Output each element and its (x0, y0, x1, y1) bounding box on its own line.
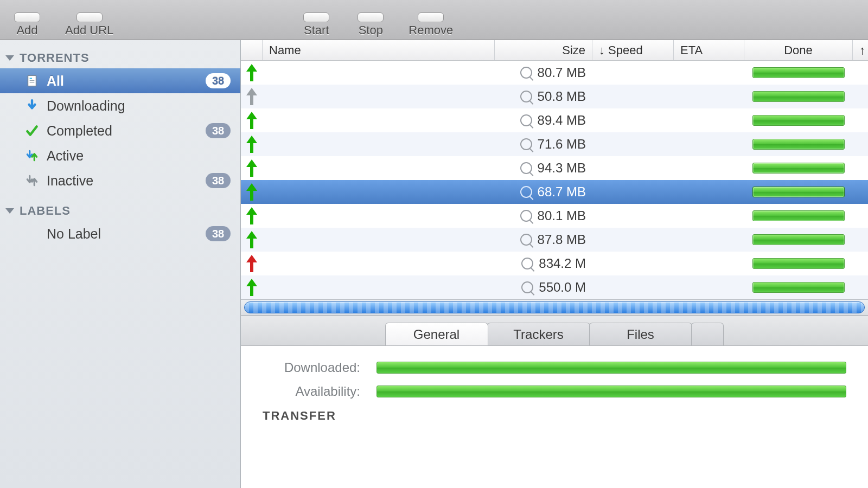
column-eta[interactable]: ETA (674, 40, 744, 60)
torrent-list: 80.7 MB50.8 MB89.4 MB71.6 MB94.3 MB68.7 … (241, 61, 868, 299)
table-row[interactable]: 68.7 MB (241, 180, 868, 204)
sidebar-section-header[interactable]: LABELS (0, 201, 240, 221)
tab-files[interactable]: Files (589, 323, 692, 345)
eta-cell (674, 156, 744, 180)
dl-icon (25, 99, 39, 113)
add-button[interactable]: Add (11, 12, 43, 37)
detail-availability: Availability: (263, 384, 846, 399)
name-cell (263, 108, 495, 132)
column-size[interactable]: Size (495, 40, 592, 60)
table-row[interactable]: 834.2 M (241, 252, 868, 275)
svg-rect-2 (30, 80, 35, 81)
sidebar-item-active[interactable]: Active (0, 143, 240, 168)
size-cell: 80.7 MB (495, 61, 592, 85)
tab-general[interactable]: General (385, 323, 488, 345)
magnifier-icon[interactable] (520, 67, 532, 79)
tab-trackers[interactable]: Trackers (487, 323, 590, 345)
disclosure-triangle-icon (5, 208, 14, 214)
size-value: 80.7 MB (538, 65, 586, 80)
status-cell (241, 275, 263, 299)
magnifier-icon[interactable] (520, 114, 532, 126)
size-value: 50.8 MB (538, 89, 586, 104)
upload-arrow-icon (246, 255, 257, 272)
sidebar-item-label: All (47, 73, 198, 89)
magnifier-icon[interactable] (520, 138, 532, 150)
scrollbar-thumb[interactable] (244, 301, 865, 313)
speed-cell (592, 228, 674, 252)
disclosure-triangle-icon (5, 55, 14, 61)
play-icon (303, 12, 329, 22)
tail-cell (853, 132, 868, 156)
sidebar-item-inactive[interactable]: Inactive38 (0, 168, 240, 193)
eta-cell (674, 85, 744, 108)
add-icon (14, 12, 40, 22)
details-tabbar: General Trackers Files (241, 316, 868, 346)
column-tail[interactable]: ↑ (853, 40, 868, 60)
sidebar-section-title: LABELS (20, 204, 71, 218)
column-done[interactable]: Done (744, 40, 853, 60)
progress-bar (752, 91, 845, 102)
column-speed[interactable]: ↓ Speed (592, 40, 674, 60)
magnifier-icon[interactable] (520, 186, 532, 198)
name-cell (263, 252, 495, 275)
table-row[interactable]: 550.0 M (241, 275, 868, 299)
magnifier-icon[interactable] (520, 210, 532, 222)
name-cell (263, 132, 495, 156)
done-cell (744, 228, 853, 252)
speed-cell (592, 252, 674, 275)
progress-bar (752, 234, 845, 245)
svg-rect-3 (30, 82, 35, 82)
downloaded-bar (376, 362, 846, 374)
table-row[interactable]: 71.6 MB (241, 132, 868, 156)
status-cell (241, 61, 263, 85)
add-url-button[interactable]: Add URL (65, 12, 113, 37)
sidebar-item-all[interactable]: All38 (0, 68, 240, 93)
magnifier-icon[interactable] (521, 258, 533, 269)
table-row[interactable]: 87.8 MB (241, 228, 868, 252)
sidebar-item-label: Completed (47, 123, 198, 139)
add-label: Add (16, 23, 37, 37)
sidebar-item-completed[interactable]: Completed38 (0, 118, 240, 143)
sidebar-item-no-label[interactable]: No Label38 (0, 221, 240, 246)
sidebar-item-downloading[interactable]: Downloading (0, 93, 240, 118)
magnifier-icon[interactable] (520, 91, 532, 102)
sidebar-item-badge: 38 (206, 226, 231, 241)
remove-label: Remove (409, 23, 453, 37)
sidebar-item-badge: 38 (206, 123, 231, 138)
name-cell (263, 156, 495, 180)
progress-bar (752, 115, 845, 126)
speed-cell (592, 132, 674, 156)
tail-cell (853, 85, 868, 108)
table-row[interactable]: 80.1 MB (241, 204, 868, 228)
magnifier-icon[interactable] (521, 281, 533, 293)
progress-bar (752, 163, 845, 174)
sidebar-item-badge: 38 (206, 173, 231, 188)
table-row[interactable]: 94.3 MB (241, 156, 868, 180)
details-panel: Downloaded: Availability: TRANSFER (241, 346, 868, 488)
main-panel: Name Size ↓ Speed ETA Done ↑ 80.7 MB50.8… (241, 40, 868, 488)
table-row[interactable]: 80.7 MB (241, 61, 868, 85)
size-cell: 94.3 MB (495, 156, 592, 180)
status-cell (241, 108, 263, 132)
remove-button[interactable]: Remove (409, 12, 453, 37)
table-row[interactable]: 50.8 MB (241, 85, 868, 108)
magnifier-icon[interactable] (520, 234, 532, 246)
tail-cell (853, 108, 868, 132)
column-name[interactable]: Name (263, 40, 495, 60)
stop-button[interactable]: Stop (354, 12, 387, 37)
horizontal-scrollbar[interactable] (241, 299, 868, 316)
done-cell (744, 156, 853, 180)
eta-cell (674, 180, 744, 204)
start-button[interactable]: Start (300, 12, 333, 37)
column-status[interactable] (241, 40, 263, 60)
magnifier-icon[interactable] (520, 162, 532, 174)
remove-icon (418, 12, 444, 22)
table-row[interactable]: 89.4 MB (241, 108, 868, 132)
done-cell (744, 180, 853, 204)
sidebar-section-header[interactable]: TORRENTS (0, 48, 240, 68)
sidebar-item-label: No Label (47, 226, 198, 242)
tail-cell (853, 252, 868, 275)
speed-cell (592, 156, 674, 180)
tab-more[interactable] (691, 323, 724, 345)
size-value: 834.2 M (539, 256, 586, 271)
